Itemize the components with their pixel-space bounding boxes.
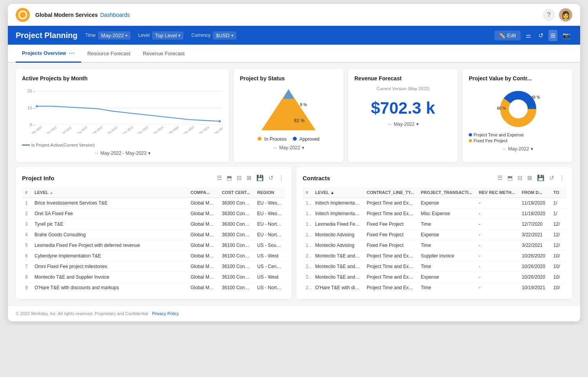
col-header-contract-type[interactable]: CONTRACT_LINE_TY... [363,187,417,198]
col-header-from-date[interactable]: FROM D... [519,187,550,198]
project-status-title: Project by Status [240,75,337,82]
refresh-icon[interactable]: ↺ [548,173,555,183]
table-row[interactable]: 8 Montecito T&E and Supplier Invoice Glo… [22,272,285,283]
project-value-title: Project Value by Contr... [469,75,566,82]
row-cost: 36300 Consu... [219,208,254,219]
row-cost: 36100 Consu... [219,251,254,261]
main-content: Active Projects by Month 20 – 10 – 0 – [8,63,580,305]
table-row[interactable]: 15 Initech Implementation Project Time a… [303,198,566,208]
workday-logo [16,8,30,22]
collapse-icon[interactable]: ⊠ [526,173,534,183]
in-process-dot [258,137,261,141]
col-header-rev-rec[interactable]: REV REC METH... [476,187,519,198]
save-icon[interactable]: 💾 [536,173,546,183]
row-trans-type: Expense [417,230,475,240]
tab-revenue-forecast[interactable]: Revenue Forecast [137,46,191,61]
row-level: Montecito Advising [312,240,363,251]
grid-view-icon[interactable]: ⊟ [516,173,524,183]
row-from-date: 11/19/2020 [519,208,550,219]
refresh-icon[interactable]: ↺ [267,173,275,183]
col-header-level[interactable]: LEVEL ▲ [312,187,363,198]
time-filter-value[interactable]: May-2022 ▾ [98,31,131,40]
tab-dots[interactable]: ⋯ [69,49,75,57]
tab-projects-overview[interactable]: Projects Overview ⋯ [16,45,81,63]
row-region: EU - West... [254,208,285,219]
project-info-table: Project Info ☰ ⬒ ⊟ ⊠ 💾 ↺ ⋮ # [16,167,292,299]
table-row[interactable]: 4 Brahe Goods Consulting Global Mo... 36… [22,230,285,240]
more-icon[interactable]: ⋮ [277,173,285,183]
table-row[interactable]: 23 O'Hare T&E with discounts and markups… [303,283,566,293]
level-filter-value[interactable]: Top Level ▾ [152,31,184,40]
row-num: 15 [303,198,312,208]
more-icon[interactable]: ⋮ [558,173,566,183]
help-icon[interactable]: ? [543,9,555,21]
tables-row: Project Info ☰ ⬒ ⊟ ⊠ 💾 ↺ ⋮ # [16,167,572,299]
table-row[interactable]: 7 Omni Fixed Fee project milestones Glob… [22,261,285,272]
row-num: 3 [22,219,31,230]
col-header-level[interactable]: LEVEL ▲ [31,187,187,198]
col-header-to-date[interactable]: TO [550,187,566,198]
grid-view-icon[interactable]: ⊟ [236,173,243,183]
row-num: 5 [22,240,31,251]
filter-icon-button[interactable]: ⚌ [524,30,533,41]
col-header-project-trans[interactable]: PROJECT_TRANSACTI... [417,187,475,198]
filter-icon[interactable]: ☰ [216,173,223,183]
row-company: Global Mo... [187,261,219,272]
save-icon[interactable]: 💾 [255,173,265,183]
row-rev-rec: - [476,272,519,283]
active-projects-footer[interactable]: ↔ May-2022 - May-2023 ▾ [22,150,223,156]
donut-container: 60 % 40 % [469,86,566,129]
table-row[interactable]: 1 Brice Investissement Services T&E Glob… [22,198,285,208]
revenue-forecast-footer[interactable]: ↔ May-2022 ▾ [354,121,452,127]
avatar[interactable]: 👩 [559,8,572,22]
row-num: 22 [303,272,312,283]
line-chart-area: 20 – 10 – 0 – May 2022 Jun 2022 Jul [22,86,223,141]
pencil-icon: ✏️ [499,33,505,38]
table-row[interactable]: 20 Montecito T&E and Supplier Invoice Pr… [303,251,566,261]
table-row[interactable]: 18 Montecito Advising Fixed Fee Project … [303,230,566,240]
export-icon[interactable]: ⬒ [225,173,233,183]
table-row[interactable]: 17 Lexmedia Fixed Fee Project with defer… [303,219,566,230]
row-rev-rec: - [476,251,519,261]
row-rev-rec: - [476,283,519,293]
row-region: US - West [254,251,285,261]
export-icon[interactable]: ⬒ [506,173,514,183]
camera-icon-button[interactable]: 📷 [561,30,572,41]
row-num: 4 [22,230,31,240]
row-cost: 36300 Consu... [219,219,254,230]
table-row[interactable]: 21 Montecito T&E and Supplier Invoice Pr… [303,261,566,272]
filter-icon[interactable]: ☰ [496,173,504,183]
table-row[interactable]: 16 Initech Implementation Project Time a… [303,208,566,219]
svg-point-7 [219,120,221,123]
row-to-date: 10/ [550,272,566,283]
edit-button[interactable]: ✏️ Edit [494,31,521,40]
project-value-footer[interactable]: ↔ May-2022 ▾ [469,146,566,152]
table-row[interactable]: 5 Lexmedia Fixed Fee Project with deferr… [22,240,285,251]
row-from-date: 12/7/2020 [519,219,550,230]
svg-point-6 [36,105,38,107]
dashboards-link[interactable]: Dashboards [100,12,130,18]
row-num: 21 [303,261,312,272]
table-row[interactable]: 19 Montecito Advising Fixed Fee Project … [303,240,566,251]
table-row[interactable]: 3 Tyrell plc T&E Global Mo... 36300 Cons… [22,219,285,230]
revenue-forecast-chart: Revenue Forecast Current Version (May 20… [348,69,458,162]
table-row[interactable]: 22 Montecito T&E and Supplier Invoice Pr… [303,272,566,283]
grid-icon-button[interactable]: ⊞ [548,30,557,41]
active-projects-chart: Active Projects by Month 20 – 10 – 0 – [16,69,229,162]
row-company: Global Mo... [187,198,219,208]
refresh-icon-button[interactable]: ↺ [536,30,545,41]
time-expense-dot [469,133,472,136]
col-header-cost[interactable]: COST CENT... [219,187,254,198]
tab-resource-forecast[interactable]: Resource Forecast [81,46,137,61]
col-header-region[interactable]: REGION [254,187,285,198]
project-status-footer[interactable]: ↔ May-2022 ▾ [240,145,337,150]
legend-time-expense: Project Time and Expense [469,132,566,137]
table-row[interactable]: 9 O'Hare T&E with discounts and markups … [22,283,285,293]
col-header-company[interactable]: COMPA... [187,187,219,198]
privacy-policy-link[interactable]: Privacy Policy [152,311,179,316]
table-row[interactable]: 2 Orel SA Fixed Fee Global Mo... 36300 C… [22,208,285,219]
currency-filter-value[interactable]: $USD ▾ [213,31,236,40]
header-bar: Project Planning Time May-2022 ▾ Level T… [8,26,580,45]
collapse-icon[interactable]: ⊠ [245,173,253,183]
table-row[interactable]: 6 Cyberdyne Implementation T&E Global Mo… [22,251,285,261]
